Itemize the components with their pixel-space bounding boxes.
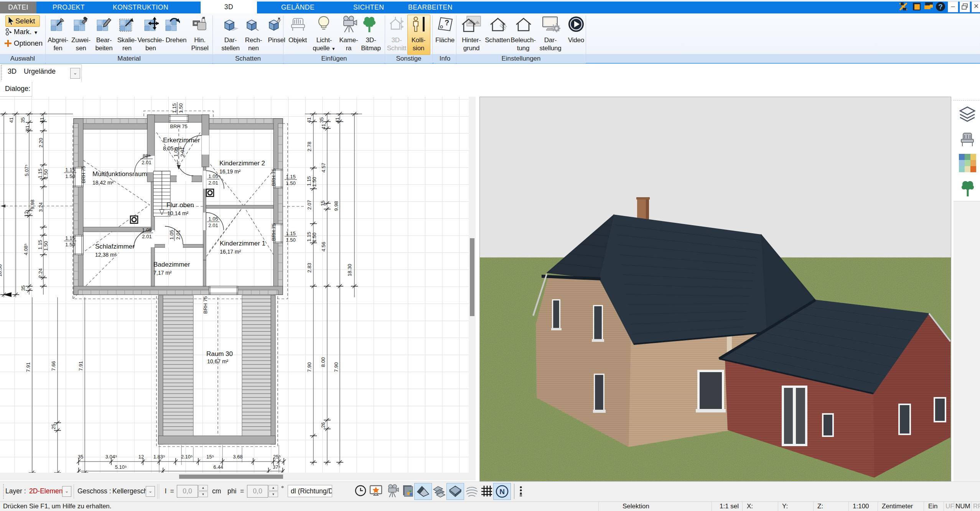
svg-text:41: 41	[25, 125, 30, 131]
svg-text:26: 26	[320, 422, 326, 428]
svg-text:2.20: 2.20	[38, 138, 44, 147]
svg-text:3.24: 3.24	[38, 202, 44, 212]
svg-text:1.50: 1.50	[178, 103, 184, 113]
svg-text:10,14 m²: 10,14 m²	[167, 210, 189, 216]
svg-text:2.01: 2.01	[180, 147, 185, 157]
svg-text:35: 35	[78, 454, 83, 460]
svg-text:16,17 m²: 16,17 m²	[220, 249, 241, 255]
svg-text:18.30: 18.30	[347, 264, 352, 277]
svg-text:37⁵: 37⁵	[273, 464, 280, 470]
svg-text:1.50: 1.50	[65, 242, 75, 247]
svg-text:2.10⁵: 2.10⁵	[181, 454, 193, 460]
svg-text:BRH 75: BRH 75	[271, 168, 277, 186]
svg-text:Erkerzimmer: Erkerzimmer	[163, 137, 200, 144]
svg-text:12: 12	[23, 211, 29, 217]
svg-text:4.57: 4.57	[321, 163, 326, 172]
svg-text:3.68: 3.68	[233, 454, 242, 460]
svg-text:2.78: 2.78	[306, 142, 312, 151]
svg-text:7.91: 7.91	[78, 361, 84, 371]
svg-text:2.01: 2.01	[142, 160, 151, 165]
svg-text:1.15: 1.15	[171, 103, 177, 113]
svg-text:1.15: 1.15	[286, 174, 295, 180]
svg-text:1.05: 1.05	[208, 216, 218, 222]
svg-text:2.01: 2.01	[142, 234, 152, 239]
svg-text:1.15: 1.15	[65, 167, 75, 173]
svg-text:4.56: 4.56	[321, 242, 326, 251]
svg-text:12,38 m²: 12,38 m²	[95, 252, 117, 258]
svg-text:2.07: 2.07	[306, 200, 312, 209]
svg-text:Raum 30: Raum 30	[206, 350, 233, 358]
svg-text:35: 35	[20, 117, 26, 123]
svg-text:7.91: 7.91	[25, 362, 31, 372]
svg-text:1.50: 1.50	[286, 237, 295, 243]
svg-text:2.01: 2.01	[175, 230, 181, 239]
svg-text:N: N	[499, 488, 505, 496]
svg-text:1.50: 1.50	[43, 169, 49, 179]
svg-text:BRH 75: BRH 75	[203, 296, 208, 314]
svg-text:1.15: 1.15	[37, 240, 43, 249]
svg-text:35: 35	[20, 285, 26, 291]
svg-text:25⁵: 25⁵	[273, 454, 281, 460]
svg-text:1.50: 1.50	[43, 241, 49, 251]
svg-text:5.10⁵: 5.10⁵	[115, 464, 127, 470]
svg-text:3.04⁵: 3.04⁵	[105, 454, 117, 460]
svg-text:5.07⁵: 5.07⁵	[24, 165, 30, 176]
svg-text:41: 41	[306, 117, 312, 123]
svg-text:16,19 m²: 16,19 m²	[219, 168, 241, 175]
svg-text:1.50: 1.50	[286, 180, 295, 186]
svg-text:1.05: 1.05	[173, 147, 179, 157]
svg-text:41: 41	[39, 117, 45, 123]
svg-text:1.50: 1.50	[311, 177, 317, 186]
svg-text:15: 15	[320, 201, 326, 206]
svg-text:6.44: 6.44	[213, 464, 223, 470]
svg-text:?: ?	[445, 18, 449, 27]
svg-text:1.05: 1.05	[142, 227, 152, 233]
svg-text:35: 35	[319, 117, 324, 123]
svg-text:41: 41	[321, 124, 326, 129]
svg-text:8.00: 8.00	[320, 357, 326, 367]
svg-text:7,17 m²: 7,17 m²	[153, 270, 172, 276]
svg-text:88⁵: 88⁵	[143, 153, 150, 159]
svg-text:15⁵: 15⁵	[206, 454, 214, 460]
svg-text:1.15: 1.15	[306, 176, 312, 186]
svg-text:2.24: 2.24	[38, 268, 43, 278]
svg-text:?: ?	[938, 3, 943, 11]
svg-text:7.90: 7.90	[333, 362, 339, 372]
svg-text:18.30: 18.30	[0, 264, 3, 277]
svg-text:1.15: 1.15	[65, 235, 75, 241]
svg-text:1.15: 1.15	[286, 231, 295, 236]
svg-text:2.01: 2.01	[208, 180, 218, 186]
svg-text:2.83: 2.83	[306, 263, 312, 272]
svg-text:Schlafzimmer: Schlafzimmer	[95, 243, 135, 250]
svg-text:18,42 m²: 18,42 m²	[92, 180, 114, 186]
svg-text:1.05: 1.05	[169, 230, 175, 239]
svg-text:1.15: 1.15	[306, 232, 312, 241]
svg-text:1.15: 1.15	[37, 168, 43, 178]
svg-text:7.90: 7.90	[306, 362, 312, 372]
svg-text:9.98: 9.98	[30, 199, 35, 209]
svg-text:41: 41	[334, 117, 340, 123]
svg-text:12: 12	[138, 454, 144, 460]
svg-text:7.66: 7.66	[51, 361, 56, 371]
svg-text:1.05: 1.05	[208, 173, 218, 179]
svg-text:BRH 75: BRH 75	[271, 223, 277, 241]
svg-text:4.08⁵: 4.08⁵	[23, 244, 29, 256]
svg-text:2.01: 2.01	[208, 223, 218, 228]
svg-text:Flur oben: Flur oben	[166, 201, 194, 209]
svg-text:BRH 75: BRH 75	[170, 124, 188, 129]
svg-text:9.98: 9.98	[333, 201, 339, 211]
svg-text:Multifunktionsraum: Multifunktionsraum	[92, 170, 147, 178]
svg-text:1.50: 1.50	[311, 232, 317, 242]
svg-text:1.50: 1.50	[65, 173, 75, 179]
svg-text:Kinderzimmer 2: Kinderzimmer 2	[219, 160, 265, 167]
svg-text:Kinderzimmer 1: Kinderzimmer 1	[220, 240, 265, 247]
svg-text:41: 41	[8, 117, 14, 123]
svg-text:BRH 75: BRH 75	[81, 166, 86, 183]
svg-text:25: 25	[51, 424, 56, 429]
svg-text:Badezimmer: Badezimmer	[153, 261, 190, 268]
